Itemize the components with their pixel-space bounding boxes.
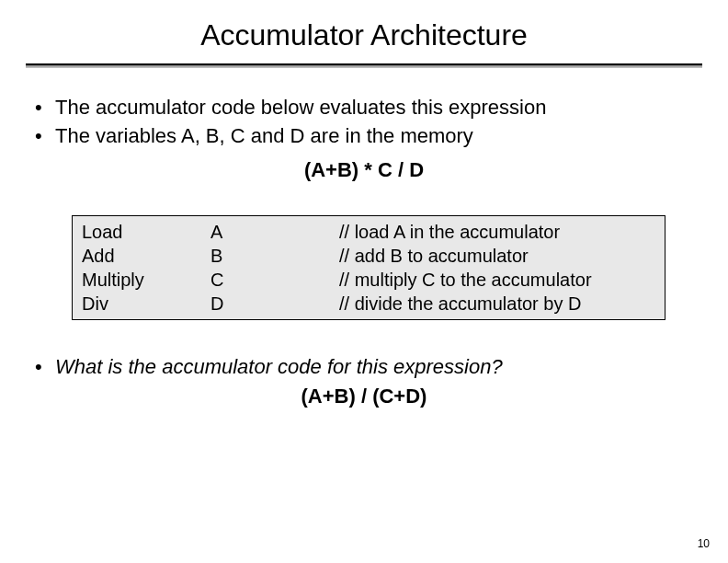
code-op: Add — [82, 244, 210, 268]
question-bullets: What is the accumulator code for this ex… — [26, 353, 702, 382]
bullet-item: The variables A, B, C and D are in the m… — [35, 122, 702, 151]
code-arg: A — [210, 220, 339, 244]
code-arg: D — [210, 292, 339, 316]
bullet-item: The accumulator code below evaluates thi… — [35, 94, 702, 122]
code-arg: C — [210, 268, 339, 292]
code-op: Div — [82, 292, 210, 316]
code-comment: // add B to accumulator — [339, 244, 655, 268]
code-comment: // load A in the accumulator — [339, 220, 655, 244]
page-number: 10 — [698, 537, 710, 550]
question-item: What is the accumulator code for this ex… — [35, 353, 702, 382]
code-op: Multiply — [82, 268, 210, 292]
expression-1: (A+B) * C / D — [26, 158, 702, 182]
code-box: Load A // load A in the accumulator Add … — [72, 215, 665, 320]
expression-2: (A+B) / (C+D) — [26, 385, 702, 408]
title-divider — [26, 63, 702, 68]
intro-bullets: The accumulator code below evaluates thi… — [26, 94, 702, 151]
code-comment: // multiply C to the accumulator — [339, 268, 655, 292]
code-op: Load — [82, 220, 210, 244]
code-comment: // divide the accumulator by D — [339, 292, 655, 316]
code-arg: B — [210, 244, 339, 268]
slide-title: Accumulator Architecture — [26, 18, 702, 52]
